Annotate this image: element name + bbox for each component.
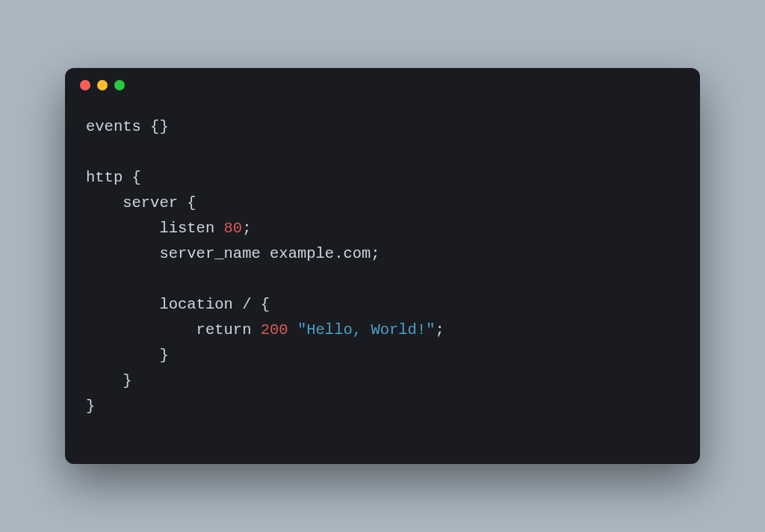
code-token-plain: ; — [242, 220, 251, 237]
code-line: listen 80; — [86, 216, 679, 241]
code-line: http { — [86, 165, 679, 191]
terminal-window: events {} http { server { listen 80; ser… — [65, 68, 700, 464]
code-token-plain: server_name example.com; — [86, 245, 380, 262]
code-line: server_name example.com; — [86, 241, 679, 267]
minimize-icon[interactable] — [97, 80, 108, 90]
code-line — [86, 140, 679, 165]
code-line: return 200 "Hello, World!"; — [86, 318, 679, 343]
code-token-plain: server { — [86, 194, 196, 211]
code-token-number: 80 — [224, 220, 243, 237]
code-token-plain: events {} — [86, 118, 169, 135]
code-line: } — [86, 368, 679, 394]
code-token-plain: } — [86, 372, 132, 389]
code-token-plain: http { — [86, 169, 141, 186]
code-token-plain — [288, 321, 297, 338]
code-token-string: "Hello, World!" — [297, 321, 436, 338]
window-titlebar — [65, 68, 700, 102]
code-line: } — [86, 343, 679, 368]
code-token-plain: } — [86, 398, 95, 415]
code-line: events {} — [86, 114, 679, 140]
code-token-plain: ; — [436, 321, 445, 338]
code-token-plain: } — [86, 347, 169, 364]
code-token-plain: return — [86, 321, 261, 338]
code-token-plain: location / { — [86, 296, 270, 313]
code-line: server { — [86, 191, 679, 216]
code-line: location / { — [86, 292, 679, 318]
zoom-icon[interactable] — [114, 80, 125, 90]
code-token-plain: listen — [86, 220, 224, 237]
code-block: events {} http { server { listen 80; ser… — [65, 102, 700, 464]
code-token-number: 200 — [261, 321, 288, 338]
code-line: } — [86, 394, 679, 419]
code-line — [86, 267, 679, 292]
close-icon[interactable] — [80, 80, 90, 90]
